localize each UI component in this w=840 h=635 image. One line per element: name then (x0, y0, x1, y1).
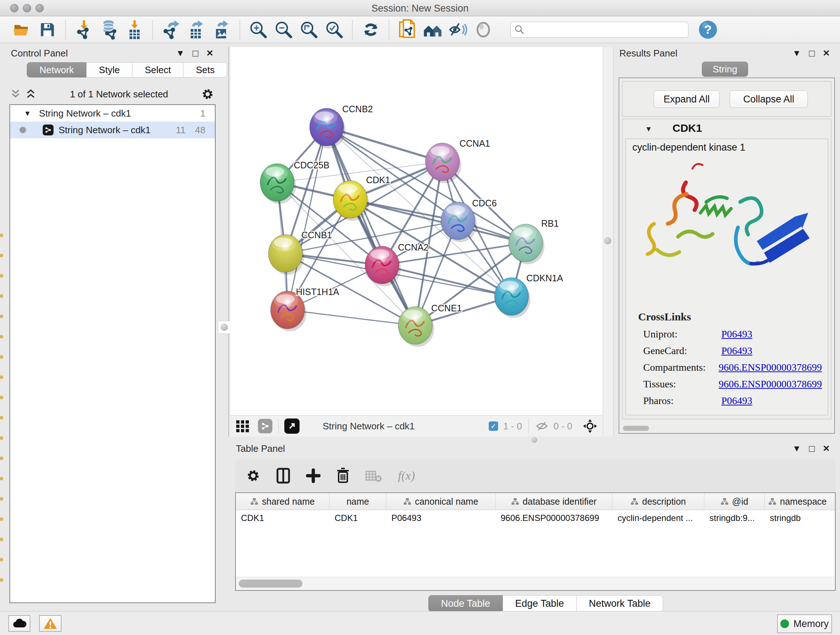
network-node[interactable] (398, 307, 434, 347)
right-splitter-handle[interactable] (604, 237, 611, 244)
import-table-button[interactable] (125, 19, 145, 40)
memory-button[interactable]: Memory (777, 614, 832, 633)
table-hscrollbar[interactable] (236, 577, 835, 590)
network-node[interactable] (508, 224, 545, 264)
network-collection-row[interactable]: ▼ String Network – cdk1 1 (10, 105, 215, 122)
network-node[interactable] (333, 181, 369, 221)
results-hscrollbar-thumb[interactable] (623, 426, 649, 431)
column-header[interactable]: @id (704, 493, 765, 510)
export-table-button[interactable] (186, 19, 207, 40)
tab-edge-table[interactable]: Edge Table (503, 595, 576, 612)
column-header[interactable]: name (330, 493, 386, 510)
maximize-panel-icon[interactable]: □ (809, 49, 815, 58)
float-panel-icon[interactable]: ▼ (176, 49, 185, 57)
cloud-button[interactable] (8, 615, 30, 632)
crosslink-link[interactable]: 9606.ENSP00000378699 (719, 378, 822, 390)
collection-expand-caret-icon[interactable]: ▼ (24, 109, 31, 118)
open-session-button[interactable] (12, 19, 32, 40)
network-edge[interactable] (327, 127, 415, 325)
tab-style[interactable]: Style (87, 62, 133, 78)
export-image-button[interactable] (212, 19, 232, 40)
close-panel-icon[interactable]: ✕ (206, 49, 213, 57)
toolbar-separator (352, 20, 353, 40)
tab-network-table[interactable]: Network Table (576, 595, 663, 612)
cell-namespace[interactable]: stringdb (765, 510, 835, 526)
help-button[interactable]: ? (698, 19, 718, 40)
network-edge[interactable] (287, 127, 327, 310)
detach-view-button[interactable] (284, 418, 300, 434)
gene-collapse-caret-icon[interactable]: ▼ (645, 125, 652, 133)
zoom-selected-button[interactable] (324, 19, 344, 40)
cell-description[interactable]: cyclin-dependent ... (613, 510, 704, 526)
tab-select[interactable]: Select (133, 62, 183, 78)
table-options-gear-icon[interactable] (246, 469, 261, 483)
grid-view-icon[interactable] (235, 419, 250, 433)
hide-labels-button[interactable] (448, 19, 468, 40)
column-header[interactable]: canonical name (386, 493, 496, 510)
network-node[interactable] (260, 164, 296, 204)
float-panel-icon[interactable]: ▼ (792, 49, 801, 57)
show-graphics-button[interactable] (473, 19, 493, 40)
delete-column-icon[interactable] (336, 468, 349, 484)
cell-canonical-name[interactable]: P06493 (386, 510, 496, 526)
horizontal-splitter-handle[interactable] (531, 437, 537, 443)
close-panel-icon[interactable]: ✕ (823, 49, 830, 57)
tab-sets[interactable]: Sets (183, 62, 227, 78)
home-button[interactable] (423, 19, 443, 40)
tab-network[interactable]: Network (27, 62, 87, 78)
left-splitter-handle[interactable] (218, 321, 231, 334)
selected-checkbox-icon[interactable]: ✓ (489, 421, 498, 431)
column-header[interactable]: database identifier (496, 493, 613, 510)
tab-string[interactable]: String (702, 62, 748, 77)
tab-node-table[interactable]: Node Table (428, 595, 503, 612)
column-header[interactable]: description (613, 493, 704, 510)
crosslink-link[interactable]: P06493 (722, 328, 752, 340)
column-header[interactable]: shared name (236, 493, 330, 510)
network-row[interactable]: String Network – cdk1 11 48 (10, 122, 215, 138)
refresh-button[interactable] (361, 19, 381, 40)
crosslink-link[interactable]: P06493 (722, 395, 752, 407)
export-network-button[interactable] (161, 19, 181, 40)
table-hscrollbar-thumb[interactable] (239, 580, 302, 587)
network-graph[interactable]: CCNB2CCNA1CDC25BCDK1CDC6RB1CCNB1CCNA2CDK… (231, 47, 603, 415)
import-network-button[interactable] (74, 19, 94, 40)
collapse-all-icon[interactable] (9, 89, 22, 100)
birdseye-crosshair-icon[interactable] (583, 418, 598, 434)
zoom-in-button[interactable] (248, 19, 268, 40)
network-options-gear-icon[interactable] (201, 88, 214, 101)
network-node[interactable] (441, 202, 477, 242)
network-node[interactable] (365, 246, 401, 287)
cell-database-identifier[interactable]: 9606.ENSP00000378699 (496, 510, 613, 526)
import-database-button[interactable] (99, 19, 119, 40)
close-panel-icon[interactable]: ✕ (823, 444, 830, 453)
network-node[interactable] (425, 143, 461, 183)
show-columns-icon[interactable] (276, 468, 290, 484)
float-panel-icon[interactable]: ▼ (792, 444, 801, 453)
network-view-share-icon[interactable] (258, 419, 272, 433)
add-column-icon[interactable] (306, 469, 321, 483)
cell-shared-name[interactable]: CDK1 (236, 510, 330, 526)
left-splitter[interactable] (228, 47, 229, 437)
expand-all-icon[interactable] (25, 89, 37, 100)
zoom-fit-button[interactable] (299, 19, 319, 40)
warnings-button[interactable] (39, 615, 62, 632)
cell-id[interactable]: stringdb:9... (704, 510, 765, 526)
crosslink-link[interactable]: P06493 (722, 345, 752, 356)
table-row[interactable]: CDK1 CDK1 P06493 9606.ENSP00000378699 cy… (236, 510, 835, 526)
expand-all-button[interactable]: Expand All (654, 90, 720, 108)
cell-name[interactable]: CDK1 (330, 510, 386, 526)
search-input[interactable] (524, 24, 684, 35)
zoom-out-button[interactable] (273, 19, 294, 40)
share-document-button[interactable] (397, 19, 417, 40)
network-node[interactable] (309, 108, 346, 149)
network-edge[interactable] (287, 310, 415, 325)
column-header[interactable]: namespace (765, 493, 835, 510)
maximize-panel-icon[interactable]: □ (193, 49, 198, 58)
save-session-button[interactable] (37, 19, 57, 40)
maximize-panel-icon[interactable]: □ (809, 444, 815, 453)
network-node[interactable] (494, 278, 531, 318)
network-canvas[interactable]: CCNB2CCNA1CDC25BCDK1CDC6RB1CCNB1CCNA2CDK… (231, 47, 603, 415)
crosslink-link[interactable]: 9606.ENSP00000378699 (719, 362, 822, 373)
network-node[interactable] (271, 291, 306, 331)
collapse-all-button[interactable]: Collapse All (729, 90, 808, 108)
